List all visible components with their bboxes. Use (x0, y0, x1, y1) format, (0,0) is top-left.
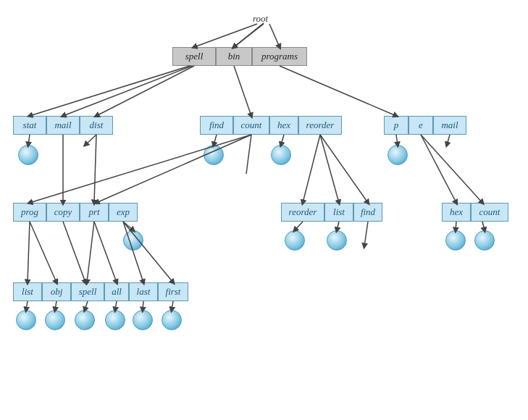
node-find-l2: find (200, 116, 233, 135)
svg-line-31 (123, 222, 133, 230)
svg-line-16 (303, 135, 320, 203)
node-hex-l2: hex (269, 116, 298, 135)
svg-line-35 (337, 222, 339, 230)
node-e: e (408, 116, 433, 135)
svg-line-42 (115, 301, 117, 310)
svg-line-37 (456, 222, 456, 230)
svg-line-21 (421, 135, 482, 203)
svg-line-17 (320, 135, 339, 203)
node-stat: stat (13, 116, 46, 135)
svg-line-25 (94, 135, 96, 203)
svg-line-7 (280, 66, 396, 116)
svg-line-13 (214, 135, 217, 145)
svg-line-27 (30, 222, 56, 282)
node-reorder-l2: reorder (298, 116, 342, 135)
node-spell-l4: spell (71, 282, 104, 301)
leaf-p (387, 145, 408, 165)
svg-line-14 (246, 135, 251, 174)
leaf-count-l3b (474, 230, 495, 251)
node-hex-l3b: hex (442, 203, 471, 222)
svg-line-36 (364, 222, 368, 246)
svg-line-12 (85, 135, 96, 145)
svg-line-44 (172, 301, 173, 310)
node-dist: dist (80, 116, 113, 135)
svg-line-5 (96, 66, 194, 116)
node-find-l3: find (353, 203, 382, 222)
svg-line-30 (94, 222, 117, 282)
svg-line-24 (96, 135, 251, 203)
svg-line-43 (143, 301, 143, 310)
node-count-l2: count (233, 116, 269, 135)
svg-line-2 (194, 24, 257, 47)
leaf-first (162, 310, 182, 330)
svg-line-1 (234, 23, 264, 47)
node-p: p (384, 116, 408, 135)
svg-line-40 (55, 301, 56, 310)
node-all: all (104, 282, 129, 301)
node-last: last (129, 282, 158, 301)
leaf-all (105, 310, 125, 330)
svg-line-29 (87, 222, 94, 282)
node-mail-l2: mail (46, 116, 80, 135)
svg-line-22 (447, 135, 450, 145)
leaf-list-l3 (327, 230, 347, 251)
node-first: first (158, 282, 188, 301)
node-bin: bin (216, 47, 252, 66)
node-obj: obj (42, 282, 71, 301)
svg-line-10 (28, 135, 30, 145)
svg-line-8 (30, 66, 190, 116)
svg-line-39 (26, 301, 28, 310)
node-prog: prog (13, 203, 46, 222)
node-programs: programs (252, 47, 307, 66)
leaf-last (133, 310, 153, 330)
svg-line-34 (295, 222, 303, 230)
node-count-l3b: count (471, 203, 508, 222)
svg-line-28 (63, 222, 85, 282)
svg-line-38 (482, 222, 485, 230)
svg-line-26 (28, 222, 30, 282)
svg-line-9 (63, 66, 192, 116)
node-list-l4: list (13, 282, 42, 301)
svg-line-6 (234, 66, 251, 116)
root-label: root (253, 13, 268, 25)
leaf-reorder-l3 (285, 230, 305, 251)
node-list-l3: list (324, 203, 353, 222)
svg-line-18 (320, 135, 368, 203)
leaf-hex-l3b (445, 230, 466, 251)
node-exp: exp (109, 203, 138, 222)
leaf-list-l4 (16, 310, 36, 330)
svg-line-23 (30, 135, 251, 203)
leaf-hex-l2 (271, 145, 291, 165)
leaf-spell-l4 (75, 310, 95, 330)
svg-line-19 (396, 135, 398, 145)
node-spell: spell (172, 47, 216, 66)
leaf-obj (45, 310, 65, 330)
svg-line-3 (234, 24, 264, 47)
svg-line-15 (281, 135, 284, 145)
svg-line-41 (85, 301, 88, 310)
node-copy: copy (46, 203, 80, 222)
node-mail-l2b: mail (433, 116, 466, 135)
leaf-exp (123, 230, 143, 251)
node-prt: prt (80, 203, 109, 222)
svg-line-4 (269, 24, 280, 47)
node-reorder-l3: reorder (281, 203, 324, 222)
svg-line-20 (421, 135, 456, 203)
svg-line-0 (234, 23, 264, 47)
leaf-stat (18, 145, 38, 165)
leaf-find-l2 (204, 145, 224, 165)
